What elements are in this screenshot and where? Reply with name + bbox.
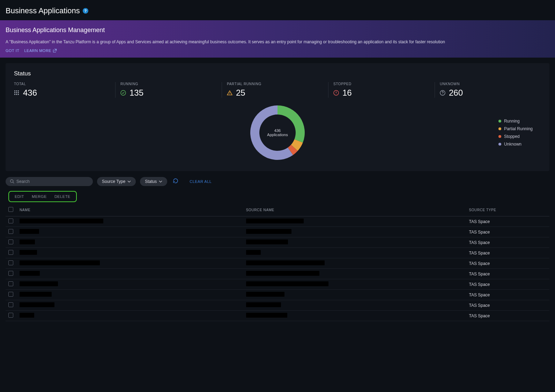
status-item-unknown: UNKNOWN260 [435,82,541,98]
help-icon[interactable]: ? [83,8,88,14]
status-item-stopped: STOPPED16 [328,82,435,98]
row-checkbox[interactable] [8,219,13,223]
redacted-name [20,219,103,223]
row-checkbox[interactable] [8,229,13,234]
cell-source-type: TAS Space [466,248,549,258]
legend-dot [498,143,501,146]
table-row[interactable]: TAS Space [6,216,549,227]
redacted-name [20,239,35,244]
status-card-title: Status [14,70,541,77]
table-row[interactable]: TAS Space [6,279,549,290]
stat-value: 436 [23,88,37,98]
legend-label: Unknown [504,142,521,147]
redacted-name [20,281,58,286]
redacted-name [20,250,37,255]
row-checkbox[interactable] [8,302,13,307]
table-row[interactable]: TAS Space [6,248,549,258]
cell-source-type: TAS Space [466,269,549,279]
got-it-button[interactable]: GOT IT [6,49,19,53]
cell-source-type: TAS Space [466,216,549,227]
donut-slice-running[interactable] [278,105,305,143]
bulk-actions: EDIT MERGE DELETE [8,191,77,202]
row-checkbox[interactable] [8,281,13,286]
svg-rect-0 [14,90,15,91]
row-checkbox[interactable] [8,292,13,297]
row-checkbox[interactable] [8,260,13,265]
question-icon [440,90,445,96]
banner-description: A "Business Application" in the Tanzu Pl… [6,39,549,44]
check-icon [120,90,126,96]
status-card: Status TOTAL436RUNNING135PARTIAL RUNNING… [6,63,549,171]
stat-label: TOTAL [14,82,110,86]
stat-label: PARTIAL RUNNING [227,82,323,86]
refresh-icon [173,178,178,184]
legend-item-stopped[interactable]: Stopped [498,134,533,139]
learn-more-link[interactable]: LEARN MORE [24,49,57,53]
status-item-total: TOTAL436 [14,82,115,98]
cell-source-type: TAS Space [466,300,549,311]
table-row[interactable]: TAS Space [6,258,549,269]
redacted-name [20,229,39,234]
cell-source-type: TAS Space [466,290,549,300]
legend-item-partial-running[interactable]: Partial Running [498,126,533,131]
refresh-button[interactable] [171,177,180,186]
table-row[interactable]: TAS Space [6,311,549,321]
search-input[interactable] [16,179,89,184]
stat-value: 135 [130,88,143,98]
redacted-source-name [246,292,284,297]
legend-label: Stopped [504,134,520,139]
cell-source-type: TAS Space [466,258,549,269]
legend-item-running[interactable]: Running [498,119,533,124]
redacted-source-name [246,271,319,276]
external-link-icon [53,49,57,53]
table-toolbar: Source Type Status CLEAR ALL [0,177,555,186]
source-type-filter[interactable]: Source Type [97,177,136,186]
column-source-type[interactable]: SOURCE TYPE [466,204,549,216]
row-checkbox[interactable] [8,313,13,318]
cell-source-type: TAS Space [466,279,549,290]
stat-label: RUNNING [120,82,217,86]
stat-value: 260 [449,88,463,98]
redacted-source-name [246,239,288,244]
page-title: Business Applications [6,6,80,15]
redacted-source-name [246,260,325,265]
status-filter-label: Status [145,179,157,184]
clear-all-button[interactable]: CLEAR ALL [190,179,212,184]
legend-dot [498,135,501,138]
table-row[interactable]: TAS Space [6,227,549,237]
table-row[interactable]: TAS Space [6,237,549,248]
svg-rect-6 [14,94,15,95]
legend-label: Partial Running [504,126,533,131]
delete-button[interactable]: DELETE [54,194,71,199]
status-donut-chart: 436 Applications [250,105,305,161]
table-row[interactable]: TAS Space [6,300,549,311]
row-checkbox[interactable] [8,239,13,244]
row-checkbox[interactable] [8,250,13,255]
redacted-name [20,302,54,307]
svg-point-12 [10,180,13,183]
stat-value: 25 [236,88,245,98]
row-checkbox[interactable] [8,271,13,276]
legend-dot [498,120,501,123]
search-box[interactable] [6,177,93,186]
stat-value: 16 [342,88,352,98]
edit-button[interactable]: EDIT [15,194,24,199]
table-row[interactable]: TAS Space [6,269,549,279]
status-filter[interactable]: Status [140,177,167,186]
merge-button[interactable]: MERGE [32,194,47,199]
select-all-checkbox[interactable] [8,207,13,212]
cell-source-type: TAS Space [466,311,549,321]
cell-source-type: TAS Space [466,237,549,248]
redacted-source-name [246,281,328,286]
stat-label: UNKNOWN [440,82,536,86]
redacted-source-name [246,219,304,223]
column-source-name[interactable]: SOURCE NAME [243,204,466,216]
table-row[interactable]: TAS Space [6,290,549,300]
legend-item-unknown[interactable]: Unknown [498,142,533,147]
status-item-running: RUNNING135 [115,82,222,98]
column-name[interactable]: NAME [17,204,243,216]
redacted-name [20,292,52,297]
svg-rect-8 [18,94,19,95]
redacted-name [20,271,40,276]
svg-rect-3 [14,92,15,93]
